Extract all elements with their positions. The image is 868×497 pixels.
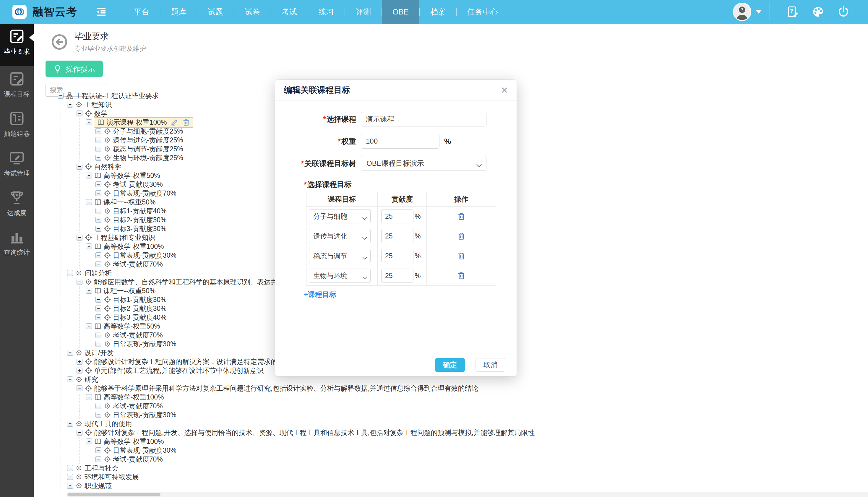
- collapse-toggle[interactable]: −: [96, 137, 101, 143]
- collapse-toggle[interactable]: −: [96, 146, 101, 152]
- tree-node[interactable]: 考试-贡献度70%: [103, 260, 163, 269]
- collapse-toggle[interactable]: −: [96, 448, 101, 453]
- tree-node[interactable]: 日常表现-贡献度30%: [103, 446, 176, 455]
- course-input[interactable]: [361, 112, 486, 126]
- tree-node[interactable]: 问题分析: [75, 269, 112, 278]
- tree-node[interactable]: 目标2-贡献度30%: [103, 304, 166, 313]
- delete-objective-icon[interactable]: [427, 246, 496, 265]
- nav-item-questions[interactable]: 试题: [197, 0, 234, 24]
- tree-node[interactable]: 高等数学-权重100%: [94, 242, 164, 251]
- sidebar-item-achievement[interactable]: 达成度: [0, 185, 34, 225]
- collapse-toggle[interactable]: −: [67, 377, 73, 382]
- collapse-toggle[interactable]: −: [67, 270, 73, 276]
- sidebar-item-paper-assembly[interactable]: 抽题组卷: [0, 106, 34, 145]
- collapse-toggle[interactable]: −: [96, 314, 101, 320]
- objective-tree-select[interactable]: OBE课程目标演示: [361, 156, 486, 171]
- operation-tips-button[interactable]: 操作提示: [45, 60, 103, 77]
- tree-node[interactable]: 目标3-贡献度40%: [103, 313, 166, 322]
- tree-node[interactable]: 生物与环境-贡献度25%: [103, 153, 183, 162]
- nav-item-archive[interactable]: 档案: [420, 0, 456, 24]
- tree-node[interactable]: 工程知识: [75, 100, 112, 109]
- tree-node[interactable]: 日常表现-贡献度30%: [103, 340, 176, 349]
- tree-node[interactable]: 工程认证-工程认证毕业要求: [66, 91, 159, 100]
- collapse-toggle[interactable]: −: [67, 421, 73, 427]
- collapse-toggle[interactable]: −: [96, 403, 101, 409]
- tree-node[interactable]: 目标1-贡献度30%: [103, 295, 166, 304]
- collapse-toggle[interactable]: −: [58, 93, 63, 99]
- tree-node[interactable]: 设计/开发: [75, 349, 113, 357]
- collapse-toggle[interactable]: −: [96, 341, 101, 347]
- tree-node[interactable]: 日常表现-贡献度30%: [103, 410, 176, 420]
- nav-item-papers[interactable]: 试卷: [234, 0, 271, 24]
- tree-node[interactable]: 现代工具的使用: [75, 419, 132, 428]
- contribution-input[interactable]: [381, 249, 413, 263]
- collapse-toggle[interactable]: −: [86, 323, 92, 329]
- collapse-toggle[interactable]: −: [86, 394, 92, 400]
- collapse-toggle[interactable]: −: [96, 456, 101, 462]
- tree-node[interactable]: 数学: [85, 109, 108, 118]
- tree-node[interactable]: 课程一--权重50%: [94, 198, 155, 207]
- help-doc-icon[interactable]: ?: [786, 5, 799, 18]
- collapse-toggle[interactable]: −: [96, 155, 101, 161]
- collapse-toggle[interactable]: −: [76, 430, 83, 436]
- collapse-toggle[interactable]: −: [96, 128, 101, 134]
- collapse-toggle[interactable]: −: [76, 385, 83, 391]
- close-icon[interactable]: ×: [501, 85, 508, 96]
- expand-toggle[interactable]: +: [67, 474, 73, 480]
- tree-node[interactable]: 稳态与调节-贡献度25%: [103, 144, 183, 154]
- nav-item-platform[interactable]: 平台: [123, 0, 160, 24]
- contribution-input[interactable]: [381, 269, 413, 283]
- sidebar-item-exam-management[interactable]: 考试管理: [0, 145, 34, 185]
- collapse-toggle[interactable]: −: [96, 261, 101, 267]
- collapse-toggle[interactable]: −: [76, 111, 83, 116]
- nav-item-evaluation[interactable]: 评测: [345, 0, 382, 24]
- collapse-toggle[interactable]: −: [86, 288, 92, 294]
- collapse-toggle[interactable]: −: [86, 439, 92, 444]
- user-menu-caret-icon[interactable]: [756, 10, 761, 14]
- collapse-toggle[interactable]: −: [96, 412, 101, 418]
- collapse-toggle[interactable]: −: [67, 102, 73, 108]
- tree-node[interactable]: 能够基于科学原理并采用科学方法对复杂工程问题进行研究,包括设计实验、分析与解释数…: [85, 384, 479, 393]
- tree-node[interactable]: 单元(部件)或工艺流程,并能够在设计环节中体现创新意识: [85, 366, 264, 375]
- collapse-toggle[interactable]: −: [96, 226, 101, 232]
- objective-select[interactable]: 稳态与调节: [309, 249, 371, 263]
- collapse-toggle[interactable]: −: [86, 119, 92, 125]
- nav-item-question-bank[interactable]: 题库: [160, 0, 197, 24]
- tree-node[interactable]: 环境和可持续发展: [75, 472, 139, 482]
- collapse-toggle[interactable]: −: [96, 306, 101, 311]
- contribution-input[interactable]: [381, 229, 413, 243]
- logout-power-icon[interactable]: [837, 5, 850, 18]
- tree-node[interactable]: 日常表现-贡献度30%: [103, 251, 176, 260]
- collapse-toggle[interactable]: −: [96, 208, 101, 214]
- tree-node[interactable]: 研究: [75, 375, 98, 384]
- tree-node[interactable]: 目标3-贡献度30%: [103, 224, 166, 233]
- user-avatar[interactable]: ?: [733, 3, 751, 21]
- collapse-toggle[interactable]: −: [86, 199, 92, 205]
- edit-node-icon[interactable]: [170, 118, 179, 126]
- collapse-toggle[interactable]: −: [76, 164, 83, 170]
- contribution-input[interactable]: [381, 209, 413, 223]
- tree-node[interactable]: 能够应用数学、自然科学和工程科学的基本原理识别、表达并通过文献: [85, 278, 305, 287]
- delete-objective-icon[interactable]: [427, 207, 496, 226]
- tree-node[interactable]: 能够针对复杂工程问题,开发、选择与使用恰当的技术、资源、现代工程工具和信息技术工…: [85, 428, 535, 437]
- objective-select[interactable]: 分子与细胞: [309, 209, 371, 223]
- theme-palette-icon[interactable]: [812, 5, 824, 18]
- expand-toggle[interactable]: +: [76, 368, 83, 373]
- tree-node[interactable]: 日常表现-贡献度70%: [103, 189, 176, 198]
- collapse-toggle[interactable]: −: [96, 190, 101, 196]
- sidebar-item-graduation-requirements[interactable]: 毕业要求: [0, 24, 34, 66]
- nav-item-task-center[interactable]: 任务中心: [457, 0, 509, 24]
- tree-node[interactable]: 能够设计针对复杂工程问题的解决方案，设计满足特定需求的系统: [85, 357, 291, 366]
- back-button[interactable]: [51, 33, 68, 51]
- add-objective-link[interactable]: +课程目标: [304, 290, 517, 299]
- collapse-toggle[interactable]: −: [96, 297, 101, 302]
- tree-node[interactable]: 工程与社会: [75, 464, 118, 473]
- horizontal-scrollbar-thumb[interactable]: [67, 493, 160, 496]
- expand-toggle[interactable]: +: [67, 465, 73, 471]
- tree-node[interactable]: 课程一--权重50%: [94, 286, 155, 296]
- collapse-toggle[interactable]: −: [96, 252, 101, 258]
- tree-node[interactable]: 考试-贡献度70%: [103, 331, 163, 340]
- tree-node[interactable]: 目标2-贡献度30%: [103, 215, 166, 225]
- sidebar-item-course-objectives[interactable]: 课程目标: [0, 66, 34, 106]
- collapse-toggle[interactable]: −: [76, 235, 83, 241]
